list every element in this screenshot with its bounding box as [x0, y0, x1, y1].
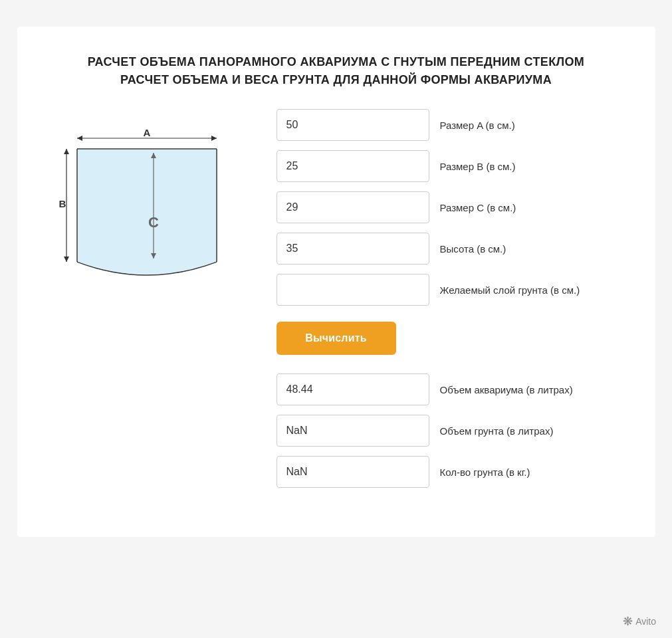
main-content: A B C Размер A (в см.) [57, 109, 616, 497]
avito-text: Avito [635, 616, 656, 627]
diagram-section: A B C [57, 129, 250, 291]
page-title-line1: РАСЧЕТ ОБЪЕМА ПАНОРАМНОГО АКВАРИУМА С ГН… [57, 53, 616, 71]
height-label: Высота (в см.) [440, 243, 506, 255]
input-row-size-a: Размер A (в см.) [277, 109, 616, 141]
svg-marker-9 [64, 257, 69, 262]
avito-watermark: ❋ Avito [623, 614, 656, 629]
svg-marker-4 [77, 136, 82, 141]
size-c-input[interactable] [277, 191, 429, 223]
volume-aquarium-result[interactable] [277, 373, 429, 405]
result-row-volume-soil: Объем грунта (в литрах) [277, 415, 616, 447]
size-c-label: Размер C (в см.) [440, 202, 516, 213]
avito-icon: ❋ [623, 614, 633, 629]
form-section: Размер A (в см.) Размер B (в см.) Размер… [277, 109, 616, 497]
input-row-size-b: Размер B (в см.) [277, 150, 616, 182]
input-row-size-c: Размер C (в см.) [277, 191, 616, 223]
size-b-input[interactable] [277, 150, 429, 182]
input-row-soil-layer: Желаемый слой грунта (в см.) [277, 274, 616, 306]
page-title-line2: РАСЧЕТ ОБЪЕМА И ВЕСА ГРУНТА ДЛЯ ДАННОЙ Ф… [57, 71, 616, 89]
volume-soil-label: Объем грунта (в литрах) [440, 425, 554, 437]
aquarium-diagram: A B C [57, 129, 237, 288]
svg-marker-8 [64, 149, 69, 154]
size-b-label: Размер B (в см.) [440, 161, 516, 172]
size-a-label: Размер A (в см.) [440, 120, 515, 131]
volume-aquarium-label: Объем аквариума (в литрах) [440, 384, 573, 395]
soil-layer-input[interactable] [277, 274, 429, 306]
soil-layer-label: Желаемый слой грунта (в см.) [440, 284, 580, 296]
result-row-volume-aquarium: Объем аквариума (в литрах) [277, 373, 616, 405]
size-a-input[interactable] [277, 109, 429, 141]
volume-soil-result[interactable] [277, 415, 429, 447]
svg-marker-5 [211, 136, 217, 141]
height-input[interactable] [277, 233, 429, 265]
svg-text:B: B [58, 198, 66, 209]
title-block: РАСЧЕТ ОБЪЕМА ПАНОРАМНОГО АКВАРИУМА С ГН… [57, 53, 616, 89]
input-row-height: Высота (в см.) [277, 233, 616, 265]
amount-soil-result[interactable] [277, 456, 429, 488]
amount-soil-label: Кол-во грунта (в кг.) [440, 467, 530, 478]
svg-text:A: A [143, 129, 150, 138]
result-row-amount-soil: Кол-во грунта (в кг.) [277, 456, 616, 488]
calculate-button[interactable]: Вычислить [277, 322, 396, 355]
page-container: РАСЧЕТ ОБЪЕМА ПАНОРАМНОГО АКВАРИУМА С ГН… [17, 27, 655, 537]
